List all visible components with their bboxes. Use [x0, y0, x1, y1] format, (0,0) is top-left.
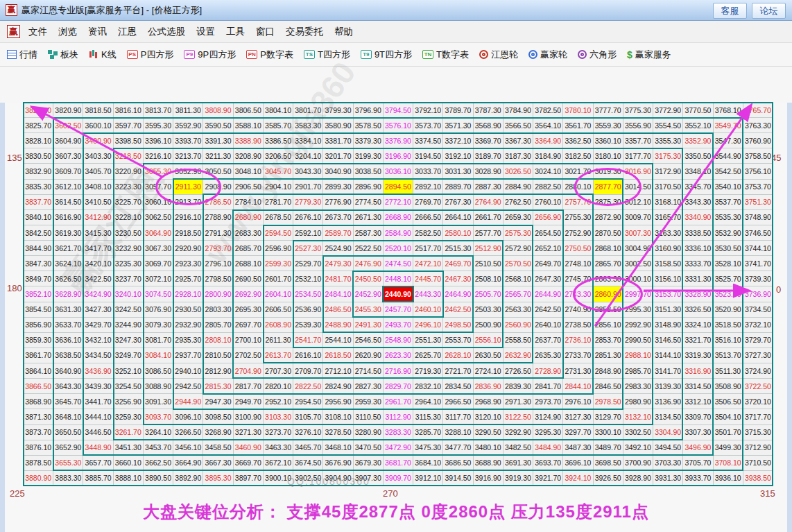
forum-button[interactable]: 论坛 — [752, 3, 786, 19]
toolbar-item-label: P四方形 — [141, 49, 174, 61]
grid-cell: 3319.30 — [683, 348, 712, 363]
toolbar-item-六角形[interactable]: 六角形 — [578, 49, 617, 61]
grid-cell: 2455.30 — [354, 302, 383, 317]
grid-cell: 3345.70 — [683, 180, 712, 194]
toolbar-item-9P四方形[interactable]: P99P四方形 — [184, 49, 236, 61]
grid-cell: 3640.90 — [53, 363, 83, 378]
grid-cell: 2462.50 — [443, 302, 472, 317]
grid-cell: 2844.10 — [563, 379, 592, 393]
menu-item-浏览[interactable]: 浏览 — [58, 26, 77, 37]
grid-cell: 3312.10 — [683, 394, 712, 409]
grid-cell: 2486.50 — [323, 302, 352, 317]
menu-item-工具[interactable]: 工具 — [226, 26, 245, 37]
grid-cell: 2512.90 — [474, 241, 503, 255]
grid-cell: 3360.10 — [594, 133, 623, 148]
grid-cell: 2865.70 — [594, 256, 623, 271]
grid-cell: 2536.90 — [293, 302, 322, 317]
grid-cell: 3355.30 — [653, 133, 682, 148]
controls-row: 135 起始价格: 步长: ▼ 阻力位 支撑位 90 江恩矩阵图表点位预判 45 — [0, 67, 792, 103]
grid-cell: 3880.90 — [24, 471, 53, 486]
grid-cell: 2668.90 — [384, 210, 413, 225]
grid-cell: 3650.50 — [53, 425, 83, 440]
grid-cell: 2623.30 — [384, 348, 413, 363]
menu-item-资讯[interactable]: 资讯 — [88, 26, 107, 37]
grid-cell: 3595.30 — [144, 118, 173, 132]
grid-cell: 3156.10 — [653, 271, 682, 286]
toolbar-item-T四方形[interactable]: TST四方形 — [304, 49, 350, 61]
grid-cell: 2760.10 — [533, 195, 562, 209]
grid-cell: 3559.30 — [594, 118, 623, 132]
grid-cell: 2961.70 — [384, 394, 413, 409]
customer-service-button[interactable]: 客服 — [713, 3, 747, 19]
grid-cell: 2604.10 — [264, 286, 293, 301]
grid-cell: 3926.50 — [594, 471, 623, 486]
grid-cell: 2709.70 — [293, 363, 322, 378]
menu-item-公式选股[interactable]: 公式选股 — [148, 26, 185, 37]
grid-cell: 2704.90 — [234, 363, 263, 378]
toolbar-item-赢家轮[interactable]: 赢家轮 — [528, 49, 567, 61]
compass-label-45: 45 — [771, 153, 781, 163]
grid-cell: 2901.70 — [293, 180, 322, 194]
menu-item-窗口[interactable]: 窗口 — [256, 26, 275, 37]
toolbar-item-P数字表[interactable]: PNP数字表 — [246, 49, 293, 61]
grid-cell: 3172.90 — [653, 164, 682, 178]
grid-cell: 3753.70 — [743, 180, 773, 194]
grid-cell: 2868.10 — [594, 241, 623, 255]
grid-cell: 3837.70 — [24, 195, 53, 209]
grid-cell: 3780.10 — [563, 103, 592, 117]
grid-cell: 3424.90 — [83, 286, 112, 301]
grid-cell: 3326.50 — [683, 302, 712, 317]
grid-cell: 2856.10 — [594, 318, 623, 332]
grid-cell: 3924.10 — [563, 471, 592, 486]
toolbar-item-label: 江恩轮 — [491, 49, 518, 61]
toolbar-item-江恩轮[interactable]: 江恩轮 — [479, 49, 518, 61]
grid-cell: 2815.30 — [203, 379, 232, 393]
grid-cell: 3230.50 — [114, 225, 143, 240]
grid-cell: 2733.70 — [563, 348, 592, 363]
grid-cell: 3112.90 — [384, 409, 413, 424]
toolbar-item-K线[interactable]: K线 — [89, 49, 117, 61]
grid-cell: 3907.30 — [354, 471, 383, 486]
menu-item-帮助[interactable]: 帮助 — [334, 26, 353, 37]
grid-cell: 2971.30 — [503, 394, 533, 409]
grid-cell: 3300.10 — [594, 425, 623, 440]
grid-cell: 3132.10 — [623, 409, 653, 424]
grid-cell: 3782.50 — [533, 103, 562, 117]
grid-cell: 2796.10 — [203, 256, 232, 271]
grid-cell: 3820.90 — [53, 103, 83, 117]
grid-cell: 2764.90 — [474, 195, 503, 209]
toolbar-item-板块[interactable]: 板块 — [48, 49, 78, 61]
toolbar-item-T数字表[interactable]: TNT数字表 — [422, 49, 469, 61]
grid-cell: 3876.10 — [24, 440, 53, 455]
grid-cell: 2505.70 — [474, 286, 503, 301]
grid-cell: 3900.10 — [264, 471, 293, 486]
grid-cell: 2656.90 — [533, 210, 562, 225]
toolbar-item-label: 赢家服务 — [635, 49, 671, 61]
grid-cell: 3240.10 — [114, 286, 143, 301]
grid-cell: 2846.50 — [594, 379, 623, 393]
toolbar: 行情板块K线PSP四方形P99P四方形PNP数字表TST四方形T99T四方形TN… — [0, 43, 792, 67]
toolbar-item-行情[interactable]: 行情 — [7, 49, 37, 61]
grid-cell: 2976.10 — [563, 394, 592, 409]
grid-cell: 3532.90 — [714, 225, 743, 240]
menu-item-文件[interactable]: 文件 — [28, 26, 47, 37]
grid-cell: 3422.50 — [83, 271, 112, 286]
grid-cell: 2904.10 — [264, 180, 293, 194]
menu-item-设置[interactable]: 设置 — [196, 26, 215, 37]
window-left-frame — [0, 67, 5, 532]
grid-cell: 3403.30 — [83, 148, 112, 163]
grid-cell: 2683.30 — [234, 225, 263, 240]
menu-item-交易委托[interactable]: 交易委托 — [286, 26, 323, 37]
grid-cell: 2692.90 — [234, 286, 263, 301]
toolbar-item-9T四方形[interactable]: T99T四方形 — [361, 49, 412, 61]
grid-cell: 2942.50 — [173, 379, 203, 393]
grid-cell: 3439.30 — [83, 379, 112, 393]
grid-cell: 3576.10 — [384, 118, 413, 132]
grid-cell: 3624.10 — [53, 256, 83, 271]
grid-cell: 3734.50 — [743, 302, 773, 317]
toolbar-item-赢家服务[interactable]: $赢家服务 — [627, 49, 671, 61]
grid-cell: 2740.90 — [563, 302, 592, 317]
toolbar-item-P四方形[interactable]: PSP四方形 — [127, 49, 174, 61]
grid-cell: 3796.90 — [354, 103, 383, 117]
menu-item-江恩[interactable]: 江恩 — [118, 26, 137, 37]
